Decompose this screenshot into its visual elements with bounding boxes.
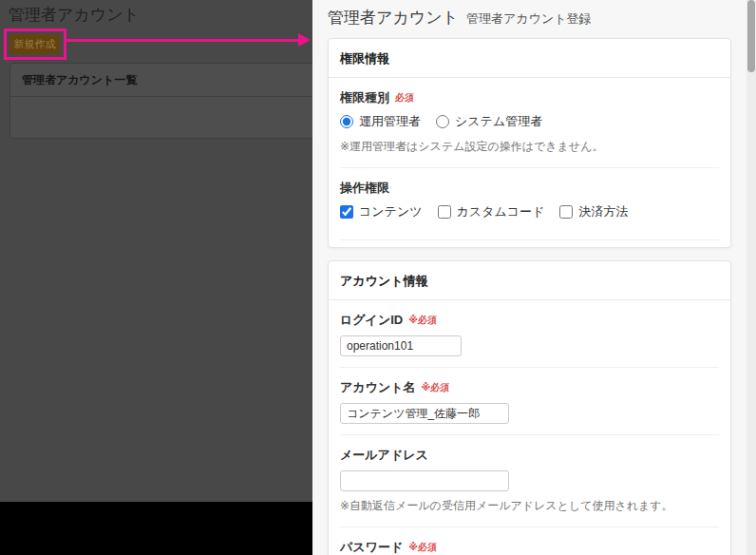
screen: 管理者アカウント 新規作成 管理者アカウント一覧 管理者アカウント管理者アカウン…: [0, 0, 756, 555]
login-id-input[interactable]: [340, 335, 462, 356]
radio-system-admin[interactable]: システム管理者: [436, 113, 542, 130]
account-name-label: アカウント名: [340, 380, 416, 394]
checkbox-custom-code[interactable]: カスタムコード: [438, 203, 545, 220]
permission-type-radio-row: 運用管理者 システム管理者: [340, 113, 719, 130]
modal-title: 管理者アカウント: [328, 9, 459, 27]
operation-permission-checkbox-row: コンテンツ カスタムコード 決済方法: [340, 203, 719, 220]
required-badge: ※必須: [408, 315, 437, 325]
checkbox-content-label: コンテンツ: [359, 203, 423, 220]
checkbox-content-input[interactable]: [340, 205, 353, 219]
required-badge: ※必須: [422, 382, 450, 392]
login-id-group: ログインID※必須: [329, 300, 730, 367]
annotation-highlight-box: [4, 29, 66, 60]
checkbox-payment-method-label: 決済方法: [578, 203, 628, 220]
admin-account-list-title: 管理者アカウント一覧: [10, 64, 312, 97]
password-group: パスワード※必須: [329, 527, 730, 555]
checkbox-content[interactable]: コンテンツ: [340, 203, 423, 220]
scrollbar-track[interactable]: [747, 0, 756, 555]
dimmed-background-page: 管理者アカウント 新規作成 管理者アカウント一覧: [0, 0, 312, 502]
login-id-label: ログインID: [340, 313, 403, 327]
permission-info-card: 権限情報 権限種別必須 運用管理者 システム管理者: [328, 38, 731, 248]
account-name-input[interactable]: [340, 403, 509, 424]
account-info-heading: アカウント情報: [329, 261, 730, 299]
email-label: メールアドレス: [340, 448, 428, 462]
radio-system-admin-label: システム管理者: [455, 113, 542, 130]
permission-type-note: ※運用管理者はシステム設定の操作はできません。: [340, 139, 719, 155]
modal-header: 管理者アカウント管理者アカウント登録: [328, 0, 731, 38]
admin-account-list-card: 管理者アカウント一覧: [9, 63, 312, 139]
card-bottom-spacer: [329, 240, 730, 247]
radio-operation-admin[interactable]: 運用管理者: [340, 113, 421, 130]
operation-permission-group: 操作権限 コンテンツ カスタムコード 決済方法: [329, 168, 730, 239]
radio-operation-admin-label: 運用管理者: [359, 113, 421, 130]
permission-type-group: 権限種別必須 運用管理者 システム管理者 ※運用管理者はシステム設定の操作はでき…: [329, 78, 730, 167]
email-note: ※自動返信メールの受信用メールアドレスとして使用されます。: [340, 498, 719, 514]
checkbox-custom-code-label: カスタムコード: [457, 203, 545, 220]
email-group: メールアドレス ※自動返信メールの受信用メールアドレスとして使用されます。: [329, 435, 730, 526]
required-badge: 必須: [395, 92, 414, 103]
radio-system-admin-input[interactable]: [436, 115, 449, 128]
account-name-group: アカウント名※必須: [329, 368, 730, 434]
operation-permission-label: 操作権限: [340, 181, 389, 195]
checkbox-custom-code-input[interactable]: [438, 205, 451, 219]
email-input[interactable]: [340, 470, 509, 491]
checkbox-payment-method-input[interactable]: [559, 205, 573, 219]
scrollbar-thumb[interactable]: [747, 0, 755, 72]
account-info-card: アカウント情報 ログインID※必須 アカウント名※必須: [328, 260, 731, 555]
page-title: 管理者アカウント: [9, 4, 140, 26]
permission-info-heading: 権限情報: [329, 39, 730, 77]
annotation-arrow-head-icon: [298, 33, 311, 47]
required-badge: ※必須: [408, 542, 437, 552]
permission-type-label: 権限種別: [340, 90, 389, 105]
annotation-arrow-line: [66, 39, 300, 42]
password-label: パスワード: [340, 540, 403, 554]
admin-account-register-panel: 管理者アカウント管理者アカウント登録 権限情報 権限種別必須 運用管理者: [312, 0, 756, 555]
radio-operation-admin-input[interactable]: [340, 115, 353, 128]
checkbox-payment-method[interactable]: 決済方法: [559, 203, 628, 220]
modal-subtitle: 管理者アカウント登録: [466, 11, 592, 26]
